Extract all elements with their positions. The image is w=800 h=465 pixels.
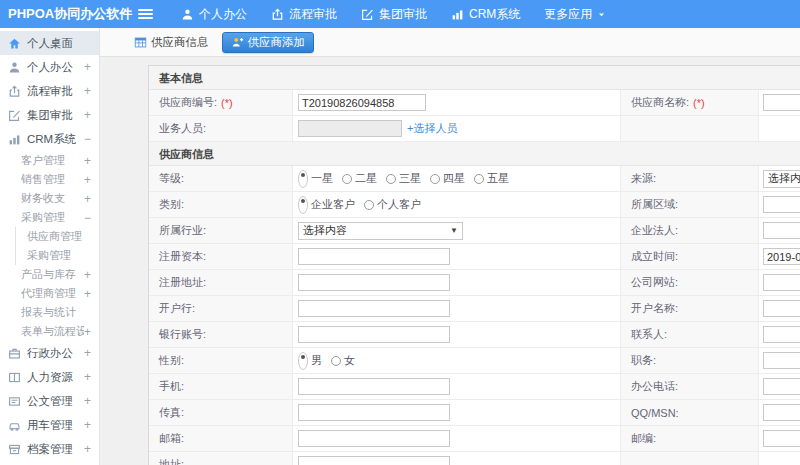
sidebar-item-finance-income-expense[interactable]: 财务收支+ (0, 189, 99, 208)
level-radio-1[interactable]: 二星 (342, 171, 377, 186)
menu-toggle-icon[interactable] (138, 9, 153, 19)
sidebar-item-agent-management[interactable]: 代理商管理+ (0, 284, 99, 303)
established-date-input[interactable] (763, 248, 800, 265)
sidebar-item-personal-office[interactable]: 个人办公+ (0, 55, 99, 79)
sidebar-item-reports-statistics[interactable]: 报表与统计 (0, 303, 99, 322)
registered-address-input[interactable] (298, 274, 450, 291)
sidebar-item-admin-office[interactable]: 行政办公+ (0, 341, 99, 365)
region-input[interactable] (763, 196, 800, 213)
radio-label: 一星 (311, 171, 333, 186)
sidebar-item-vehicle-management[interactable]: 用车管理+ (0, 413, 99, 437)
sidebar-item-purchase-management-sub[interactable]: 采购管理 (0, 246, 99, 265)
sidebar-item-purchase-management[interactable]: 采购管理− (0, 208, 99, 227)
sidebar-item-process-approval[interactable]: 流程审批+ (0, 79, 99, 103)
sidebar-item-group-approval[interactable]: 集团审批+ (0, 103, 99, 127)
business-person-input[interactable] (298, 120, 402, 137)
nav-item-more-apps[interactable]: 更多应用 (532, 0, 618, 28)
sidebar-item-label: 财务收支 (21, 191, 65, 206)
nav-item-process-approval[interactable]: 流程审批 (259, 0, 349, 28)
expand-icon[interactable]: + (84, 155, 91, 167)
mobile-input[interactable] (298, 378, 450, 395)
select-person-link[interactable]: +选择人员 (407, 121, 457, 136)
sidebar-item-product-inventory[interactable]: 产品与库存+ (0, 265, 99, 284)
position-input[interactable] (763, 352, 800, 369)
collapse-icon[interactable]: − (84, 133, 91, 145)
sidebar-item-sales-management[interactable]: 销售管理+ (0, 170, 99, 189)
field-label-cell: 邮箱: (149, 426, 293, 451)
field-cell (759, 90, 800, 115)
nav-item-group-approval[interactable]: 集团审批 (349, 0, 439, 28)
gender-radio-1[interactable]: 女 (331, 353, 355, 368)
field-label-cell: 邮编: (621, 426, 759, 451)
gender-radio-0[interactable]: 男 (298, 352, 322, 370)
nav-item-label: 更多应用 (544, 6, 592, 23)
tab-supplier-add[interactable]: 供应商添加 (222, 32, 315, 53)
company-website-input[interactable] (763, 274, 800, 291)
level-radio-2[interactable]: 三星 (386, 171, 421, 186)
collapse-icon[interactable]: − (84, 212, 91, 224)
bank-branch-input[interactable] (298, 300, 450, 317)
category-radio-1[interactable]: 个人客户 (364, 197, 421, 212)
field-cell (293, 270, 621, 295)
nav-item-crm-system[interactable]: CRM系统 (439, 0, 532, 28)
sidebar: 个人桌面个人办公+流程审批+集团审批+CRM系统−客户管理+销售管理+财务收支+… (0, 28, 100, 465)
sidebar-item-crm-system[interactable]: CRM系统− (0, 127, 99, 151)
bank-account-input[interactable] (298, 326, 450, 343)
sidebar-item-human-resources[interactable]: 人力资源+ (0, 365, 99, 389)
expand-icon[interactable]: + (84, 443, 91, 455)
expand-icon[interactable]: + (84, 269, 91, 281)
workspace: 基本信息供应商编号:(*)供应商名称:(*)业务人员:+选择人员供应商信息等级:… (100, 57, 800, 465)
office-phone-input[interactable] (763, 378, 800, 395)
sidebar-item-document-management[interactable]: 公文管理+ (0, 389, 99, 413)
tab-supplier-info[interactable]: 供应商信息 (130, 33, 213, 52)
expand-icon[interactable]: + (84, 288, 91, 300)
caret-down-icon (597, 10, 606, 19)
legal-person-input[interactable] (763, 222, 800, 239)
expand-icon[interactable]: + (84, 371, 91, 383)
qq-msn-input[interactable] (763, 404, 800, 421)
field-label-cell: 手机: (149, 374, 293, 399)
expand-icon[interactable]: + (84, 395, 91, 407)
account-name-input[interactable] (763, 300, 800, 317)
field-label: 成立时间: (631, 249, 678, 264)
process-approval-icon (271, 8, 284, 21)
industry-select[interactable]: 选择内容▼ (298, 222, 463, 240)
fax-input[interactable] (298, 404, 450, 421)
contact-person-input[interactable] (763, 326, 800, 343)
expand-icon[interactable]: + (84, 85, 91, 97)
sidebar-item-label: 个人桌面 (27, 36, 73, 51)
zip-code-input[interactable] (763, 430, 800, 447)
field-label: 职务: (631, 353, 656, 368)
nav-item-personal-office[interactable]: 个人办公 (169, 0, 259, 28)
level-radio-3[interactable]: 四星 (430, 171, 465, 186)
expand-icon[interactable]: + (84, 61, 91, 73)
address-input[interactable] (298, 456, 450, 465)
sidebar-item-personal-desktop[interactable]: 个人桌面 (0, 31, 99, 55)
field-cell (293, 244, 621, 269)
expand-icon[interactable]: + (84, 419, 91, 431)
sidebar-item-form-process-settings[interactable]: 表单与流程设置+ (0, 322, 99, 341)
expand-icon[interactable]: + (84, 326, 91, 338)
sidebar-item-supplier-management[interactable]: 供应商管理 (0, 227, 99, 246)
email-input[interactable] (298, 430, 450, 447)
add-supplier-icon (231, 36, 244, 49)
form-row: 银行账号:联系人: (149, 322, 800, 348)
field-label-cell (621, 452, 759, 465)
level-radio-4[interactable]: 五星 (474, 171, 509, 186)
expand-icon[interactable]: + (84, 109, 91, 121)
category-radio-0[interactable]: 企业客户 (298, 196, 355, 214)
sidebar-item-customer-management[interactable]: 客户管理+ (0, 151, 99, 170)
field-label-cell: 注册地址: (149, 270, 293, 295)
form-row: 传真:QQ/MSN: (149, 400, 800, 426)
field-cell: 男女 (293, 348, 621, 373)
sidebar-item-archive-management[interactable]: 档案管理+ (0, 437, 99, 461)
expand-icon[interactable]: + (84, 193, 91, 205)
expand-icon[interactable]: + (84, 347, 91, 359)
expand-icon[interactable]: + (84, 174, 91, 186)
radio-icon (298, 170, 308, 188)
registered-capital-input[interactable] (298, 248, 450, 265)
supplier-code-input[interactable] (298, 94, 426, 111)
source-select[interactable]: 选择内容▼ (763, 170, 800, 188)
level-radio-0[interactable]: 一星 (298, 170, 333, 188)
supplier-name-input[interactable] (763, 94, 800, 111)
